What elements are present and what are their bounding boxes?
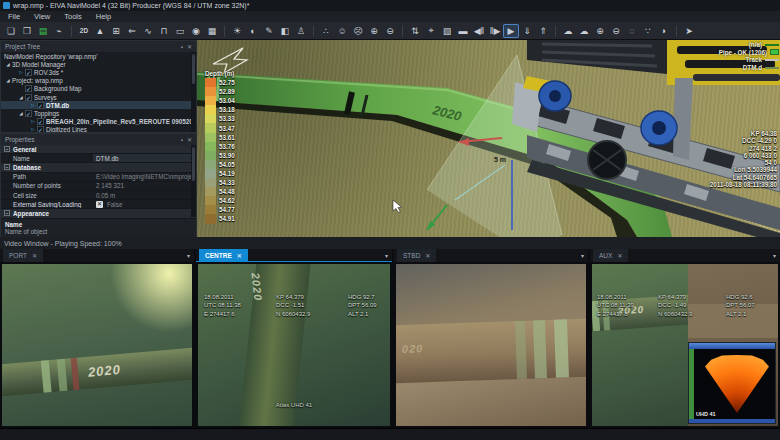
property-value[interactable]: ✕ False <box>93 200 196 208</box>
route-icon[interactable]: ⇅ <box>407 24 423 38</box>
checkbox[interactable]: ✓ <box>25 69 32 76</box>
play-icon[interactable]: ▶ <box>503 24 519 38</box>
tab-aux[interactable]: AUX ✕ <box>593 249 628 262</box>
cloud-add-icon[interactable]: ⊕ <box>592 24 608 38</box>
smiley-add-icon[interactable]: ☺ <box>334 24 350 38</box>
collapse-box-icon[interactable]: − <box>4 210 10 216</box>
close-icon[interactable]: ✕ <box>32 252 37 259</box>
properties-scrollbar[interactable] <box>191 145 196 217</box>
video-player-icon[interactable]: ▦ <box>204 24 220 38</box>
checkbox[interactable]: ✓ <box>37 102 44 109</box>
checkbox[interactable]: ✓ <box>25 85 32 92</box>
tree-item-digitized-lines[interactable]: ▷ ✓ Digitized Lines <box>1 126 196 132</box>
3d-box-icon[interactable]: ⊞ <box>108 24 124 38</box>
cluster-points-icon[interactable]: ∵ <box>640 24 656 38</box>
category-database[interactable]: − Database <box>1 163 196 172</box>
application-window: wrap.nmp - EIVA NaviModel 4 (32 Bit) Pro… <box>0 0 780 440</box>
category-appearance[interactable]: − Appearance <box>1 209 196 218</box>
tree-item-3d-model-manager[interactable]: ◢ 3D Model Manager <box>1 60 196 68</box>
import-data-icon[interactable]: ⇐ <box>124 24 140 38</box>
lasso-select-icon[interactable]: ◌ <box>624 24 640 38</box>
tree-scrollbar[interactable] <box>191 52 196 132</box>
jump-up-icon[interactable]: ⇑ <box>535 24 551 38</box>
tree-item-surveys[interactable]: ◢ ✓ Surveys <box>1 93 196 101</box>
point-cloud-icon[interactable]: ∴ <box>318 24 334 38</box>
smiley-remove-icon[interactable]: ☹ <box>350 24 366 38</box>
close-icon[interactable]: ✕ <box>187 43 192 50</box>
3d-viewport[interactable]: 2020 5 m <box>197 40 780 237</box>
2d-view-icon[interactable]: 2D <box>76 24 92 38</box>
seabed-profile-icon[interactable]: ∿ <box>140 24 156 38</box>
tree-item-project[interactable]: ◢ Project: wrap.nmp <box>1 77 196 85</box>
ruler-icon[interactable]: ▭ <box>172 24 188 38</box>
menu-view[interactable]: View <box>34 12 50 21</box>
tree-item-toppings[interactable]: ◢ ✓ Toppings <box>1 109 196 117</box>
expanded-arrow-icon[interactable]: ◢ <box>17 111 25 116</box>
checkbox[interactable]: ✓ <box>25 110 32 117</box>
tree-item-breagh-pipeline[interactable]: ▷ ✓ BREAGH_20in_Pipeline_Rev5_REROUTE 09… <box>1 118 196 126</box>
collapsed-arrow-icon[interactable]: ▷ <box>17 70 25 75</box>
expanded-arrow-icon[interactable]: ◢ <box>4 62 12 67</box>
collapsed-arrow-icon[interactable]: ▷ <box>29 119 37 124</box>
connect-plug-icon[interactable]: ⌁ <box>51 24 67 38</box>
expanded-arrow-icon[interactable]: ◢ <box>17 95 25 100</box>
shading-icon[interactable]: ◧ <box>277 24 293 38</box>
cloud-import-icon[interactable]: ☁ <box>576 24 592 38</box>
close-icon[interactable]: ✕ <box>237 252 242 259</box>
stbd-tab-row: STBD ✕ ▾ <box>394 249 588 262</box>
waypoint-icon[interactable]: ⌖ <box>423 24 439 38</box>
app-icon <box>3 2 10 9</box>
tree-item-rov[interactable]: ▷ ✓ ROV.3ds * <box>1 68 196 76</box>
property-value[interactable]: DTM.db <box>93 154 196 162</box>
close-icon[interactable]: ✕ <box>425 252 430 259</box>
depth-color-swatch <box>205 78 216 87</box>
tree-item-repository[interactable]: NaviModel Repository 'wrap.nmp' <box>1 52 196 60</box>
tree-item-dtm[interactable]: ▷ ✓ DTM.db <box>1 101 196 109</box>
close-icon[interactable]: ✕ <box>617 252 622 259</box>
eraser-icon[interactable]: ♙ <box>293 24 309 38</box>
step-back-icon[interactable]: ◀‖ <box>471 24 487 38</box>
menu-help[interactable]: Help <box>96 12 111 21</box>
profile-chart-icon[interactable]: ⊓ <box>156 24 172 38</box>
north-pointer-icon[interactable]: ▲ <box>92 24 108 38</box>
brightness-icon[interactable]: ☀ <box>229 24 245 38</box>
checkbox[interactable]: ✓ <box>37 118 44 125</box>
tab-stbd[interactable]: STBD ✕ <box>397 249 436 262</box>
checkbox[interactable]: ✓ <box>25 94 32 101</box>
blob-select-icon[interactable]: ◗ <box>656 24 672 38</box>
checkbox[interactable]: ✓ <box>37 126 44 132</box>
point-add-icon[interactable]: ⊕ <box>366 24 382 38</box>
pin-icon[interactable]: ▪ <box>181 137 183 143</box>
clapperboard-icon[interactable]: ▬ <box>455 24 471 38</box>
open-project-icon[interactable]: ❐ <box>19 24 35 38</box>
edit-terrain-icon[interactable]: ✎ <box>261 24 277 38</box>
menu-file[interactable]: File <box>8 12 20 21</box>
menu-tools[interactable]: Tools <box>64 12 82 21</box>
step-forward-icon[interactable]: ‖▶ <box>487 24 503 38</box>
collapsed-arrow-icon[interactable]: ▷ <box>29 103 37 108</box>
save-icon[interactable]: ▤ <box>35 24 51 38</box>
cloud-remove-icon[interactable]: ⊖ <box>608 24 624 38</box>
chevron-down-icon[interactable]: ▾ <box>773 252 776 259</box>
pin-icon[interactable]: ▪ <box>181 44 183 50</box>
tab-port[interactable]: PORT ✕ <box>3 249 43 262</box>
new-file-icon[interactable]: ❏ <box>3 24 19 38</box>
category-general[interactable]: − General <box>1 145 196 154</box>
collapse-box-icon[interactable]: − <box>4 146 10 152</box>
crop-region-icon[interactable]: ▧ <box>439 24 455 38</box>
chevron-down-icon[interactable]: ▾ <box>581 252 584 259</box>
chevron-down-icon[interactable]: ▾ <box>187 252 190 259</box>
collapsed-arrow-icon[interactable]: ▷ <box>29 127 37 132</box>
close-icon[interactable]: ✕ <box>187 136 192 143</box>
camera-icon[interactable]: ◉ <box>188 24 204 38</box>
expanded-arrow-icon[interactable]: ◢ <box>4 78 12 83</box>
false-checkbox-icon[interactable]: ✕ <box>96 201 103 208</box>
select-cursor-icon[interactable]: ➤ <box>681 24 697 38</box>
collapse-box-icon[interactable]: − <box>4 164 10 170</box>
cloud-xyz-icon[interactable]: ☁ <box>560 24 576 38</box>
point-remove-icon[interactable]: ⊖ <box>382 24 398 38</box>
palette-icon[interactable]: ◐ <box>245 24 261 38</box>
chevron-down-icon[interactable]: ▾ <box>385 252 388 259</box>
jump-down-icon[interactable]: ⇓ <box>519 24 535 38</box>
tree-item-background-map[interactable]: ✓ Background Map <box>1 85 196 93</box>
